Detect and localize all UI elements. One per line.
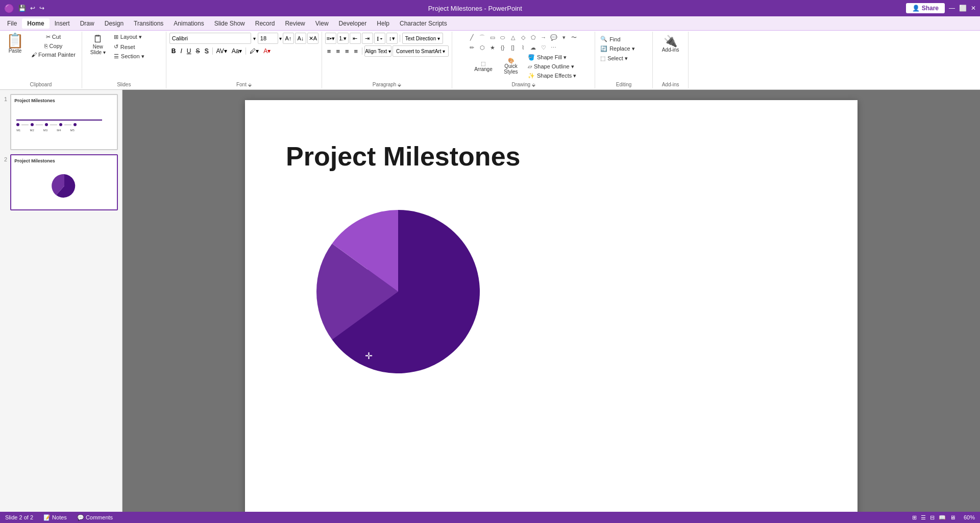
menu-slideshow[interactable]: Slide Show — [209, 18, 250, 29]
main-pie-chart[interactable] — [306, 200, 490, 384]
slide-canvas[interactable]: Project Milestones — [245, 100, 857, 523]
diamond-shape[interactable]: ◇ — [519, 33, 528, 42]
brace-shape[interactable]: {} — [498, 43, 507, 52]
heart-shape[interactable]: ♡ — [539, 43, 548, 52]
italic-button[interactable]: I — [178, 45, 184, 57]
minimize-button[interactable]: — — [949, 5, 955, 12]
menu-draw[interactable]: Draw — [75, 18, 100, 29]
view-normal[interactable]: ⊞ — [912, 514, 917, 521]
quick-styles-button[interactable]: 🎨 QuickStyles — [498, 52, 524, 80]
font-color-button[interactable]: A▾ — [261, 45, 273, 57]
view-reading[interactable]: 📖 — [939, 514, 946, 521]
increase-font-button[interactable]: A↑ — [283, 33, 294, 44]
arrange-button[interactable]: ⬚ Arrange — [471, 52, 496, 80]
slide-thumbnail-2[interactable]: Project Milestones — [10, 154, 118, 210]
close-button[interactable]: ✕ — [971, 5, 976, 12]
bullets-button[interactable]: ≡•▾ — [325, 33, 336, 44]
notes-button[interactable]: 📝 Notes — [43, 514, 67, 521]
font-size-dropdown[interactable]: ▾ — [279, 36, 282, 41]
copy-button[interactable]: ⎘ Copy — [28, 42, 79, 50]
shape-fill-button[interactable]: 🪣 Shape Fill ▾ — [526, 53, 578, 62]
align-left-button[interactable]: ≡ — [325, 45, 333, 57]
menu-insert[interactable]: Insert — [50, 18, 75, 29]
cloud-shape[interactable]: ☁ — [529, 43, 538, 52]
quick-access-undo[interactable]: ↩ — [30, 5, 35, 12]
menu-transitions[interactable]: Transitions — [129, 18, 168, 29]
underline-button[interactable]: U — [185, 45, 193, 57]
replace-button[interactable]: 🔄 Replace ▾ — [598, 44, 649, 53]
shapes-more[interactable]: ⋯ — [549, 43, 558, 52]
arc-shape[interactable]: ⌒ — [478, 33, 487, 42]
rect-shape[interactable]: ▭ — [488, 33, 497, 42]
menu-review[interactable]: Review — [280, 18, 310, 29]
curve-shape[interactable]: 〜 — [570, 33, 579, 42]
text-direction-button[interactable]: Text Direction ▾ — [402, 33, 443, 44]
line-shape[interactable]: ╱ — [468, 33, 477, 42]
menu-help[interactable]: Help — [372, 18, 395, 29]
quick-access-save[interactable]: 💾 — [18, 5, 26, 12]
hexagon-shape[interactable]: ⬡ — [478, 43, 487, 52]
clear-formatting-button[interactable]: ✕A — [307, 33, 318, 44]
pentagon-shape[interactable]: ⬠ — [529, 33, 538, 42]
freeform-shape[interactable]: ✏ — [468, 43, 477, 52]
align-right-button[interactable]: ≡ — [343, 45, 351, 57]
menu-view[interactable]: View — [310, 18, 334, 29]
format-painter-button[interactable]: 🖌 Format Painter — [28, 51, 79, 59]
menu-home[interactable]: Home — [22, 18, 49, 29]
strikethrough-button[interactable]: S — [194, 45, 202, 57]
numbering-button[interactable]: 1.▾ — [337, 33, 349, 44]
menu-developer[interactable]: Developer — [334, 18, 372, 29]
comments-button[interactable]: 💬 Comments — [77, 514, 113, 521]
bold-button[interactable]: B — [169, 45, 178, 57]
font-size-input[interactable] — [258, 33, 278, 44]
more-shapes[interactable]: ▾ — [559, 33, 569, 42]
shape-effects-button[interactable]: ✨ Shape Effects ▾ — [526, 72, 578, 80]
arrow-shape[interactable]: → — [539, 33, 548, 42]
select-button[interactable]: ⬚ Select ▾ — [598, 54, 649, 63]
section-button[interactable]: ☰ Section ▾ — [112, 52, 163, 61]
wave-shape[interactable]: ⌇ — [519, 43, 528, 52]
align-text-button[interactable]: Align Text ▾ — [364, 45, 391, 57]
paste-button[interactable]: 📋 Paste — [3, 33, 27, 55]
paragraph-launcher[interactable]: ⬙ — [398, 82, 401, 87]
slide-thumbnail-1[interactable]: Project Milestones — [10, 94, 118, 150]
view-slide-sorter[interactable]: ⊟ — [930, 514, 935, 521]
font-name-input[interactable] — [169, 33, 251, 44]
quick-access-redo[interactable]: ↪ — [39, 5, 44, 12]
view-presenter[interactable]: 🖥 — [950, 514, 955, 520]
character-spacing-button[interactable]: AV▾ — [214, 45, 229, 57]
maximize-button[interactable]: ⬜ — [959, 5, 967, 12]
shadow-button[interactable]: S — [203, 45, 211, 57]
triangle-shape[interactable]: △ — [508, 33, 518, 42]
font-launcher[interactable]: ⬙ — [248, 82, 252, 87]
decrease-indent-button[interactable]: ⇤ — [350, 33, 361, 44]
reset-button[interactable]: ↺ Reset — [112, 42, 163, 51]
increase-indent-button[interactable]: ⇥ — [362, 33, 373, 44]
bracket-shape[interactable]: [] — [508, 43, 518, 52]
convert-smartart-button[interactable]: Convert to SmartArt ▾ — [393, 45, 449, 57]
menu-character-scripts[interactable]: Character Scripts — [395, 18, 452, 29]
new-slide-button[interactable]: 🗒 NewSlide ▾ — [85, 33, 111, 56]
cut-button[interactable]: ✂ Cut — [28, 33, 79, 41]
layout-button[interactable]: ⊞ Layout ▾ — [112, 33, 163, 41]
menu-record[interactable]: Record — [250, 18, 280, 29]
callout-shape[interactable]: 💬 — [549, 33, 558, 42]
find-button[interactable]: 🔍 Find — [598, 35, 649, 43]
columns-button[interactable]: ⫿▾ — [374, 33, 385, 44]
center-button[interactable]: ≡ — [334, 45, 342, 57]
decrease-font-button[interactable]: A↓ — [295, 33, 306, 44]
view-outline[interactable]: ☰ — [921, 514, 926, 521]
shape-outline-button[interactable]: ▱ Shape Outline ▾ — [526, 62, 578, 71]
menu-file[interactable]: File — [2, 18, 22, 29]
change-case-button[interactable]: Aa▾ — [230, 45, 244, 57]
drawing-launcher[interactable]: ⬙ — [532, 82, 535, 87]
oval-shape[interactable]: ⬭ — [498, 33, 507, 42]
menu-animations[interactable]: Animations — [168, 18, 209, 29]
highlight-color-button[interactable]: 🖊▾ — [248, 45, 261, 57]
share-button[interactable]: 👤 Share — [906, 3, 945, 13]
addins-button[interactable]: 🔌 Add-ins — [659, 35, 682, 54]
font-name-dropdown[interactable]: ▾ — [252, 36, 257, 41]
line-spacing-button[interactable]: ↕▾ — [386, 33, 398, 44]
menu-design[interactable]: Design — [100, 18, 129, 29]
justify-button[interactable]: ≡ — [352, 45, 360, 57]
